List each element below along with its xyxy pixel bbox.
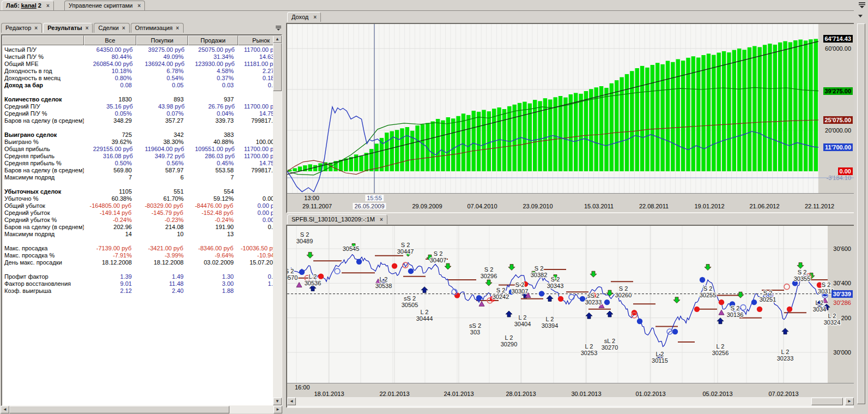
column-header[interactable]: Продажи [188, 35, 238, 45]
cell-value: 13 [188, 231, 238, 238]
window-list-icon[interactable] [858, 2, 866, 8]
tab-income[interactable]: Доход × [287, 12, 321, 22]
close-icon[interactable]: × [46, 3, 50, 9]
cell-text: 554 [224, 188, 234, 195]
cell-value: -0.24% [188, 217, 238, 224]
table-row: Доходность в месяц0.80%0.54%0.37%0.18% [2, 75, 282, 82]
close-icon[interactable]: × [138, 3, 141, 9]
date-tick: 29.11.2007 [302, 203, 332, 209]
cell-text: 0.03 [222, 82, 234, 89]
table-row: Чистый П/У %80.44%49.09%31.34%14.63% [2, 53, 282, 61]
cell-value: 0.05 [136, 82, 188, 89]
cell-value: 569.80 [84, 167, 136, 174]
scroll-up-icon[interactable]: ▲ [273, 35, 282, 43]
tab-script-manager-label: Управление скриптами [69, 2, 132, 9]
column-header[interactable]: Все [84, 35, 136, 45]
cell-text: 18.12.2008 [154, 259, 184, 266]
tab-income-label: Доход [292, 14, 308, 20]
svg-text:30444: 30444 [416, 315, 433, 322]
cell-text: 43.98 руб [158, 103, 185, 110]
price-chart-body[interactable]: Главное: Источник1 [SPFB.SI_130101_13020… [286, 225, 855, 408]
cell-value: 214.08 [136, 224, 188, 231]
svg-text:30489: 30489 [296, 238, 313, 244]
tab-script-manager[interactable]: Управление скриптами × [64, 1, 145, 10]
cell-text: 31.34% [214, 53, 234, 61]
cell-text: 2.40 [172, 287, 184, 295]
tab-label: Результаты [47, 25, 82, 31]
scroll-left-icon[interactable]: ◄ [1, 406, 9, 413]
table-row: Коэф. выигрыша2.122.401.88∞ [2, 287, 282, 295]
svg-text:30447: 30447 [397, 248, 414, 255]
scroll-left-icon[interactable]: ◄ [287, 398, 296, 405]
tab-label: Сделки [98, 25, 119, 31]
cell-text: 9.01 [120, 280, 132, 287]
y-axis-label: 11'700.00 [823, 143, 853, 151]
date-tick: 07.04.2010 [467, 203, 497, 209]
cell-value: 61.70% [136, 195, 188, 202]
cell-text: -7.91% [113, 252, 132, 259]
chevron-down-icon[interactable] [857, 14, 865, 20]
cell-value: 7 [188, 174, 238, 181]
price-chart-svg[interactable]: S 230570S 23048930545L 230536L 230538S 2… [287, 226, 854, 383]
close-icon[interactable]: × [122, 25, 125, 31]
y-axis-label: 30'600 [831, 245, 853, 253]
close-icon[interactable]: × [86, 25, 89, 31]
hscroll-thumb[interactable] [9, 406, 229, 413]
column-header[interactable] [2, 35, 84, 45]
row-label: Общий MFE [2, 61, 84, 68]
trading-app-window: Лаб: kanal 2 × Управление скриптами × Ре… [0, 0, 868, 414]
cell-value: 553.58 [188, 167, 238, 174]
table-row: Баров на сделку (в среднем)202.96214.081… [2, 224, 282, 231]
income-chart-body[interactable]: Прибыль: ПрибыльУбытокДлинные позицииКор… [286, 23, 855, 213]
svg-text:L 2: L 2 [380, 276, 388, 283]
svg-text:30545: 30545 [343, 245, 360, 252]
cell-text: 551 [174, 188, 184, 195]
tab-результаты[interactable]: Результаты× [43, 23, 93, 33]
table-row: Максимум подряд7671 [2, 174, 282, 181]
right-edge-strip [854, 10, 868, 414]
row-label: Максимум подряд [2, 231, 84, 238]
cell-value: 18.12.2008 [84, 259, 136, 266]
cell-value: 0.04% [188, 110, 238, 117]
cell-value: 1.30 [188, 273, 238, 280]
cell-value: 2.40 [136, 287, 188, 295]
date-tick: 22.11.2012 [805, 203, 834, 209]
svg-text:S 2: S 2 [401, 242, 410, 248]
row-label: Общий убыток [2, 202, 84, 209]
close-icon[interactable]: × [380, 217, 383, 223]
price-hscrollbar[interactable]: ◄ ► [287, 397, 854, 406]
scroll-right-icon[interactable]: ► [274, 406, 282, 413]
svg-text:30115: 30115 [652, 357, 668, 364]
column-header[interactable]: Покупки [136, 35, 188, 45]
cell-text: -3421.00 руб [148, 245, 183, 252]
tab-редактор[interactable]: Редактор× [1, 23, 42, 33]
results-hscrollbar[interactable]: ◄ ► [1, 406, 282, 413]
close-icon[interactable]: × [313, 14, 317, 20]
cell-value: 39275.00 руб [136, 46, 188, 53]
hscroll-thumb[interactable] [811, 398, 843, 405]
equity-chart-svg[interactable] [287, 24, 854, 193]
tab-lab-kanal[interactable]: Лаб: kanal 2 × [2, 1, 54, 10]
pane-menu-icon[interactable] [275, 25, 283, 32]
close-icon[interactable]: × [34, 25, 38, 31]
right-scroll-thumb[interactable] [857, 23, 865, 404]
vscroll-thumb[interactable] [273, 43, 282, 91]
close-icon[interactable]: × [176, 25, 179, 31]
cell-text: -7139.00 руб [96, 245, 131, 252]
tab-сделки[interactable]: Сделки× [94, 23, 129, 33]
tab-price-chart[interactable]: SPFB.SI_130101_130209:-:1M × [287, 214, 387, 224]
row-label: Доходность в год [2, 68, 84, 75]
svg-text:S 2: S 2 [763, 290, 773, 296]
cell-value: 191.90 [188, 224, 238, 231]
tab-оптимизация[interactable]: Оптимизация× [131, 23, 184, 33]
svg-text:30136: 30136 [727, 311, 744, 318]
cell-text: 191.90 [215, 224, 234, 231]
scroll-right-icon[interactable]: ► [845, 398, 854, 405]
svg-text:S 2: S 2 [619, 285, 628, 292]
svg-text:30233: 30233 [777, 355, 794, 362]
results-vscrollbar[interactable]: ▲ ▼ [273, 35, 282, 405]
cell-text: 725 [122, 131, 132, 139]
scroll-down-icon[interactable]: ▼ [273, 398, 282, 405]
cell-value: 49.09% [136, 53, 188, 61]
cell-text: 937 [224, 96, 234, 103]
